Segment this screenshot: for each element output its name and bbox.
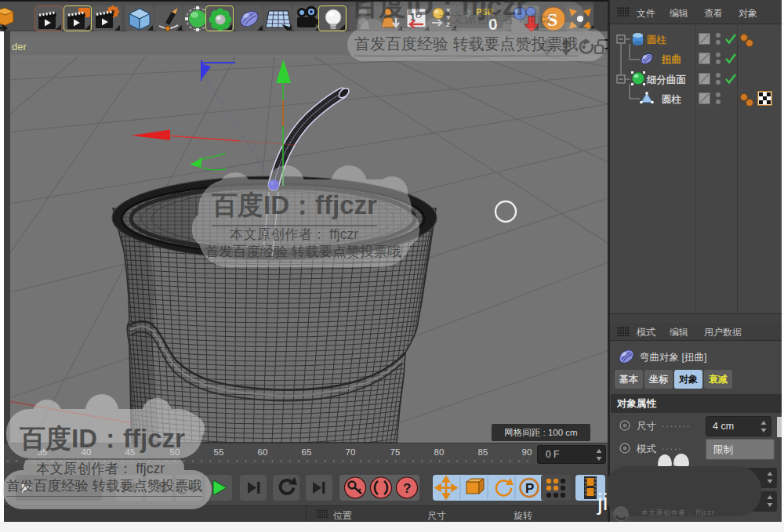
- svg-text:P: P: [525, 481, 534, 496]
- svg-text:?: ?: [403, 481, 411, 496]
